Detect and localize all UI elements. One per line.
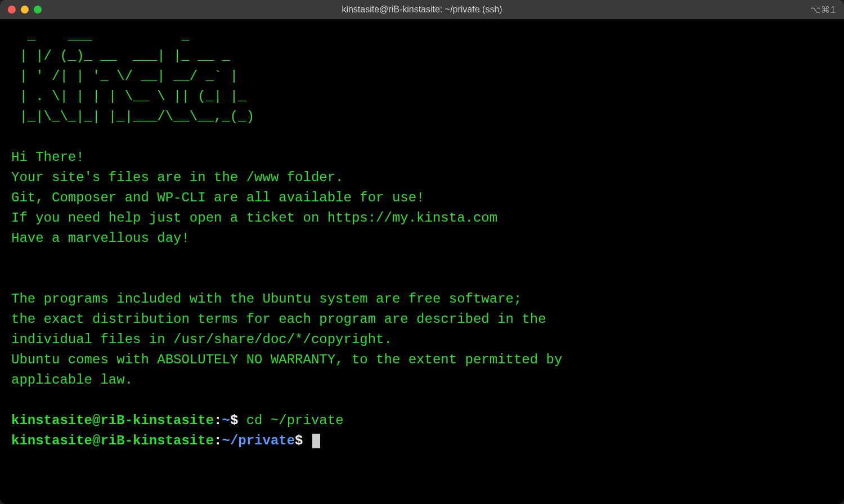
ascii-art-line: | ' /| | '_ \/ __| __/ _` | — [11, 66, 833, 87]
motd-line: Have a marvellous day! — [11, 228, 833, 249]
prompt-colon: : — [214, 433, 222, 448]
blank-line — [11, 390, 833, 411]
command-text: cd ~/private — [246, 413, 344, 428]
window-title: kinstasite@riB-kinstasite: ~/private (ss… — [0, 4, 844, 15]
blank-line — [11, 127, 833, 147]
prompt-dollar: $ — [295, 433, 303, 448]
blank-line — [11, 249, 833, 269]
blank-line — [11, 269, 833, 289]
legal-line: applicable law. — [11, 370, 833, 390]
keyboard-shortcut-indicator: ⌥⌘1 — [810, 4, 836, 15]
ascii-art-line: | |/ (_)_ __ ___| |_ __ _ — [11, 46, 833, 66]
title-bar[interactable]: kinstasite@riB-kinstasite: ~/private (ss… — [0, 0, 844, 19]
motd-line: Your site's files are in the /www folder… — [11, 168, 833, 188]
cursor-icon — [312, 434, 320, 448]
prompt-colon: : — [214, 413, 222, 428]
motd-line: Hi There! — [11, 147, 833, 168]
motd-line: If you need help just open a ticket on h… — [11, 208, 833, 228]
prompt-host: riB-kinstasite — [100, 413, 214, 428]
traffic-lights — [8, 6, 42, 14]
legal-line: Ubuntu comes with ABSOLUTELY NO WARRANTY… — [11, 350, 833, 370]
prompt-user: kinstasite — [11, 413, 92, 428]
prompt-path: ~/private — [222, 433, 295, 448]
prompt-dollar: $ — [230, 413, 238, 428]
prompt-line[interactable]: kinstasite@riB-kinstasite:~/private$ — [11, 431, 833, 451]
ascii-art-line: _ ___ _ — [11, 26, 833, 46]
prompt-user: kinstasite — [11, 433, 92, 448]
ascii-art-line: |_|\_\_|_| |_|___/\__\__,_(_) — [11, 107, 833, 127]
prompt-path: ~ — [222, 413, 230, 428]
terminal-body[interactable]: _ ___ _ | |/ (_)_ __ ___| |_ __ _ | ' /|… — [0, 19, 844, 504]
minimize-icon[interactable] — [21, 6, 29, 14]
zoom-icon[interactable] — [34, 6, 42, 14]
prompt-line: kinstasite@riB-kinstasite:~$ cd ~/privat… — [11, 411, 833, 431]
motd-line: Git, Composer and WP-CLI are all availab… — [11, 188, 833, 208]
close-icon[interactable] — [8, 6, 16, 14]
terminal-window: kinstasite@riB-kinstasite: ~/private (ss… — [0, 0, 844, 504]
legal-line: individual files in /usr/share/doc/*/cop… — [11, 330, 833, 350]
legal-line: The programs included with the Ubuntu sy… — [11, 289, 833, 309]
legal-line: the exact distribution terms for each pr… — [11, 309, 833, 330]
prompt-host: riB-kinstasite — [100, 433, 214, 448]
ascii-art-line: | . \| | | | \__ \ || (_| |_ — [11, 87, 833, 107]
